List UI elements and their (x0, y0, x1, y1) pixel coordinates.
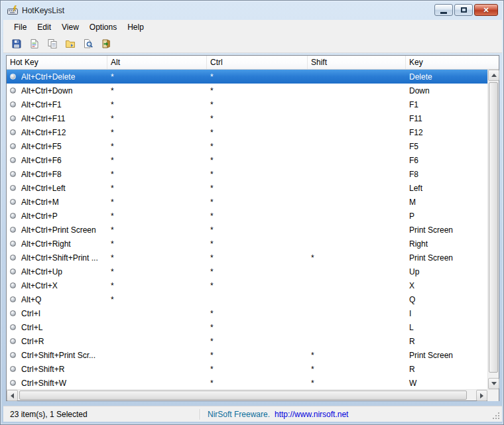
menu-item-options[interactable]: Options (84, 21, 122, 34)
table-row[interactable]: Alt+Ctrl+Right * * Right (7, 237, 487, 251)
table-row[interactable]: Alt+Ctrl+Delete * * Delete (7, 70, 487, 84)
cell-ctrl: * (207, 128, 308, 137)
cell-hotkey: Alt+Ctrl+Right (7, 239, 107, 249)
cell-ctrl: * (207, 170, 308, 179)
hotkey-label: Alt+Ctrl+F5 (21, 142, 62, 151)
cell-hotkey: Alt+Ctrl+F6 (7, 156, 107, 165)
cell-ctrl: * (207, 239, 308, 249)
table-row[interactable]: Alt+Ctrl+Shift+Print ... * * * Print Scr… (7, 251, 487, 265)
minimize-icon (440, 12, 447, 14)
hotkey-item-icon (10, 366, 16, 372)
table-row[interactable]: Alt+Ctrl+F8 * * F8 (7, 167, 487, 181)
cell-ctrl: * (207, 225, 308, 235)
table-row[interactable]: Alt+Ctrl+X * * X (7, 278, 487, 292)
properties-button[interactable] (62, 36, 78, 52)
table-row[interactable]: Ctrl+Shift+Print Scr... * * Print Screen (7, 348, 487, 362)
table-row[interactable]: Ctrl+L * L (7, 320, 487, 334)
table-row[interactable]: Ctrl+R * R (7, 334, 487, 348)
scroll-left-button[interactable] (7, 390, 18, 401)
column-header-key[interactable]: Key (406, 56, 499, 69)
minimize-button[interactable] (434, 4, 453, 16)
find-button[interactable] (80, 36, 96, 52)
table-row[interactable]: Alt+Ctrl+F1 * * F1 (7, 97, 487, 111)
table-row[interactable]: Alt+Ctrl+Down * * Down (7, 84, 487, 97)
horizontal-scroll-thumb[interactable] (19, 391, 467, 400)
cell-ctrl: * (207, 100, 308, 109)
list-rows: Alt+Ctrl+Delete * * Delete Alt+Ctrl+Down… (7, 70, 487, 389)
cell-alt: * (107, 100, 207, 109)
maximize-button[interactable] (454, 4, 473, 16)
cell-key: Print Screen (406, 253, 487, 263)
exit-button[interactable] (98, 36, 114, 52)
cell-alt: * (107, 156, 207, 165)
save-button[interactable] (9, 36, 25, 52)
column-header-hotkey[interactable]: Hot Key (7, 56, 107, 69)
cell-alt: * (107, 114, 207, 123)
close-button[interactable]: ✕ (474, 4, 498, 16)
table-row[interactable]: Alt+Ctrl+F12 * * F12 (7, 125, 487, 139)
table-row[interactable]: Alt+Ctrl+M * * M (7, 195, 487, 209)
column-header-alt[interactable]: Alt (107, 56, 207, 69)
status-items-count: 23 item(s), 1 Selected (3, 410, 200, 419)
horizontal-scrollbar[interactable] (7, 390, 487, 400)
cell-key: Up (406, 267, 487, 276)
arrow-right-icon (480, 393, 483, 398)
table-row[interactable]: Ctrl+Shift+R * * R (7, 362, 487, 376)
cell-key: Print Screen (406, 225, 487, 235)
column-header-ctrl[interactable]: Ctrl (207, 56, 308, 69)
cell-hotkey: Alt+Ctrl+M (7, 198, 107, 207)
menu-item-file[interactable]: File (9, 21, 32, 34)
titlebar[interactable]: HotKeysList ✕ (1, 1, 503, 20)
cell-shift: * (308, 379, 406, 388)
menu-item-help[interactable]: Help (122, 21, 149, 34)
hotkey-item-icon (10, 310, 16, 316)
cell-key: Right (406, 239, 487, 249)
hotkey-label: Ctrl+I (21, 309, 40, 318)
report-button[interactable] (27, 36, 42, 52)
cell-ctrl: * (207, 323, 308, 332)
table-row[interactable]: Alt+Ctrl+P * * P (7, 209, 487, 223)
table-row[interactable]: Alt+Ctrl+Print Screen * * Print Screen (7, 223, 487, 237)
scroll-up-button[interactable] (488, 70, 499, 81)
menu-item-edit[interactable]: Edit (32, 21, 56, 34)
cell-alt: * (107, 184, 207, 193)
hotkey-item-icon (10, 101, 16, 107)
vertical-scrollbar[interactable] (487, 70, 499, 389)
copy-button[interactable] (44, 36, 60, 52)
column-header-shift[interactable]: Shift (308, 56, 406, 69)
table-row[interactable]: Alt+Q * Q (7, 292, 487, 306)
cell-ctrl: * (207, 309, 308, 318)
hotkey-item-icon (10, 115, 16, 121)
cell-hotkey: Ctrl+Shift+W (7, 379, 107, 388)
nirsoft-url-link[interactable]: http://www.nirsoft.net (275, 410, 348, 419)
cell-hotkey: Ctrl+Shift+R (7, 365, 107, 374)
table-row[interactable]: Ctrl+I * I (7, 306, 487, 320)
scroll-down-button[interactable] (488, 378, 499, 389)
cell-hotkey: Alt+Ctrl+F1 (7, 100, 107, 109)
hotkey-item-icon (10, 282, 16, 288)
arrow-down-icon (491, 382, 497, 385)
table-row[interactable]: Ctrl+Shift+W * * W (7, 376, 487, 389)
table-row[interactable]: Alt+Ctrl+F11 * * F11 (7, 111, 487, 125)
cell-key: W (406, 379, 487, 388)
hotkey-label: Alt+Ctrl+F6 (21, 156, 62, 165)
cell-ctrl: * (207, 86, 308, 95)
table-row[interactable]: Alt+Ctrl+F6 * * F6 (7, 153, 487, 167)
table-row[interactable]: Alt+Ctrl+F5 * * F5 (7, 139, 487, 153)
cell-ctrl: * (207, 337, 308, 346)
cell-shift: * (308, 365, 406, 374)
hotkey-label: Alt+Ctrl+F12 (21, 128, 66, 137)
table-row[interactable]: Alt+Ctrl+Up * * Up (7, 265, 487, 278)
scroll-right-button[interactable] (476, 390, 487, 401)
cell-key: Q (406, 295, 487, 304)
cell-key: P (406, 212, 487, 221)
table-row[interactable]: Alt+Ctrl+Left * * Left (7, 181, 487, 195)
cell-key: R (406, 337, 487, 346)
resize-grip[interactable] (492, 412, 501, 420)
vertical-scroll-thumb[interactable] (489, 82, 498, 373)
window-controls: ✕ (434, 4, 498, 16)
cell-ctrl: * (207, 198, 308, 207)
cell-ctrl: * (207, 212, 308, 221)
cell-alt: * (107, 128, 207, 137)
menu-item-view[interactable]: View (56, 21, 84, 34)
